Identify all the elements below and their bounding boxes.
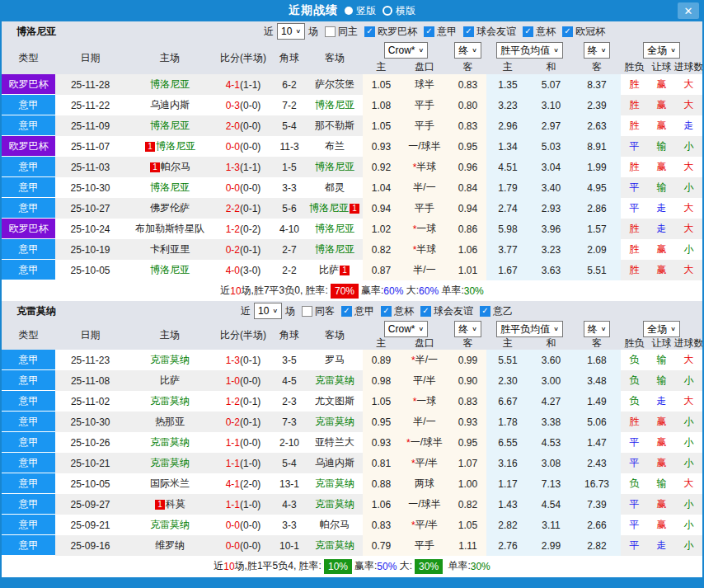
score-cell: 4-1(2-0) (214, 473, 272, 494)
halftime-score: (0-0) (240, 141, 260, 153)
handicap: 半球 (416, 242, 436, 256)
scope-select[interactable]: 全场∨ (643, 321, 680, 337)
chevron-down-icon: ∨ (670, 48, 676, 54)
book-select[interactable]: Crow*∨ (384, 321, 428, 337)
final-select[interactable]: 终∨ (454, 42, 481, 59)
chevron-down-icon: ∨ (272, 308, 278, 314)
avg-home-odds: 2.96 (486, 115, 529, 136)
match-date: 25-10-05 (55, 260, 125, 280)
score-cell: 0-0(0-0) (214, 515, 272, 535)
league-filter-checkbox[interactable]: ✓ (420, 306, 431, 317)
final-select-2[interactable]: 终∨ (584, 321, 611, 337)
recent-count-select-value: 10 (258, 305, 269, 317)
result-handicap: 赢 (648, 515, 675, 535)
league-filter-checkbox[interactable]: ✓ (523, 26, 533, 37)
avg-select[interactable]: 胜平负均值∨ (496, 321, 563, 337)
league-filter-checkbox[interactable]: ✓ (364, 26, 375, 37)
score-cell: 1-1(1-0) (214, 494, 272, 515)
dropdown-wrap: 终∨ (573, 41, 621, 59)
handicap: 半/一 (413, 263, 435, 277)
league-badge: 意甲 (2, 239, 55, 260)
league-filter-checkbox[interactable]: ✓ (562, 26, 573, 37)
book-select-value: Crow* (388, 45, 415, 56)
summary-segment: 60% (419, 285, 439, 297)
avg-away-odds: 3.48 (573, 370, 621, 391)
league-badge: 意甲 (2, 473, 55, 494)
column-subheader: 客 (573, 59, 621, 74)
home-team: 维罗纳 (155, 539, 185, 553)
chevron-down-icon: ∨ (553, 327, 559, 332)
away-team-cell: 都灵 (307, 177, 363, 198)
halftime-score: (0-1) (240, 244, 260, 256)
avg-away-odds: 1.99 (573, 157, 621, 177)
fulltime-score: 0-2 (226, 244, 240, 256)
away-team: 克雷莫纳 (315, 539, 354, 553)
league-filter-checkbox[interactable]: ✓ (424, 26, 434, 37)
league-filter-label: 球会友谊 (434, 304, 473, 318)
footer-bar (2, 577, 702, 588)
home-team-cell: 克雷莫纳 (125, 515, 214, 535)
home-team-cell: 佛罗伦萨 (125, 198, 214, 219)
avg-home-odds: 2.30 (486, 370, 529, 391)
corner-score: 2-3 (272, 391, 307, 412)
avg-select[interactable]: 胜平负均值∨ (496, 42, 563, 59)
result-goals: 小 (675, 239, 702, 260)
avg-draw-odds: 3.40 (529, 177, 573, 198)
summary-segment: 大: (397, 559, 412, 573)
result-outcome: 胜 (621, 260, 648, 280)
scope-select[interactable]: 全场∨ (643, 42, 680, 59)
avg-draw-odds: 3.96 (529, 219, 573, 239)
column-subheader: 盘口 (400, 59, 449, 74)
away-team: 克雷莫纳 (315, 374, 354, 388)
layout-vertical-option[interactable]: 竖版 (345, 4, 376, 18)
match-row: 意甲25-09-16维罗纳0-0(0-0)10-1克雷莫纳0.79平手1.112… (2, 535, 702, 556)
league-filter-checkbox[interactable]: ✓ (341, 306, 352, 317)
league-filter-checkbox[interactable]: ✓ (381, 306, 392, 317)
home-team-cell: 1博洛尼亚 (125, 136, 214, 157)
column-subheader: 主 (363, 337, 400, 350)
home-team-cell: 国际米兰 (125, 473, 214, 494)
recent-count-select[interactable]: 10∨ (277, 23, 305, 40)
recent-count-select-value: 10 (281, 26, 292, 37)
league-filter-checkbox[interactable]: ✓ (480, 306, 490, 317)
final-select-2[interactable]: 终∨ (584, 42, 611, 59)
odds-home: 0.89 (363, 350, 400, 370)
handicap-cell: 一/球半 (400, 136, 449, 157)
corner-score: 4-5 (272, 370, 307, 391)
match-date: 25-11-23 (55, 350, 125, 370)
odds-away: 0.86 (449, 219, 486, 239)
corner-score: 3-5 (272, 350, 307, 370)
result-goals: 小 (675, 515, 702, 535)
match-row: 意甲25-10-30热那亚0-2(0-1)7-3克雷莫纳0.95半/一0.931… (2, 412, 702, 432)
home-team: 博洛尼亚 (150, 263, 190, 277)
handicap: 平手 (415, 119, 434, 133)
home-team-cell: 博洛尼亚 (125, 177, 214, 198)
avg-home-odds: 6.55 (486, 432, 529, 453)
odds-home: 1.05 (363, 391, 400, 412)
book-select[interactable]: Crow*∨ (384, 42, 428, 59)
halftime-score: (0-2) (240, 223, 260, 235)
recent-count-select[interactable]: 10∨ (254, 303, 282, 319)
handicap-cell: 平手 (400, 535, 449, 556)
fulltime-score: 1-0 (226, 375, 240, 387)
column-header: 主场 (125, 41, 214, 74)
league-filter-checkbox[interactable]: ✓ (463, 26, 474, 37)
summary-segment: 10% (324, 559, 352, 574)
same-venue-checkbox[interactable] (302, 306, 312, 317)
away-team: 博洛尼亚 (315, 242, 354, 256)
final-select[interactable]: 终∨ (454, 321, 481, 337)
league-badge: 欧罗巴杯 (2, 74, 55, 95)
avg-home-odds: 2.76 (486, 535, 529, 556)
odds-away: 0.90 (449, 370, 486, 391)
home-team-cell: 乌迪内斯 (125, 95, 214, 115)
league-badge: 意甲 (2, 115, 55, 136)
odds-away: 0.99 (449, 350, 486, 370)
same-venue-checkbox[interactable] (325, 26, 336, 37)
layout-horizontal-option[interactable]: 横版 (383, 4, 415, 18)
match-date: 25-09-16 (55, 535, 125, 556)
avg-draw-odds: 4.53 (529, 432, 573, 453)
handicap-cell: *半球 (400, 239, 449, 260)
fulltime-score: 0-0 (226, 182, 240, 194)
close-button[interactable]: ✕ (678, 2, 699, 19)
halftime-score: (2-0) (240, 478, 260, 490)
